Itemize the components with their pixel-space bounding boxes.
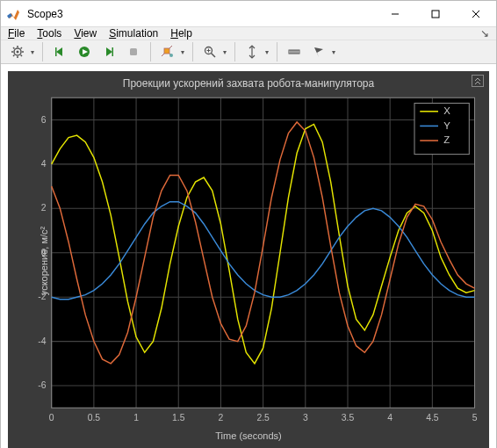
highlight-dropdown-icon[interactable]: ▾	[178, 48, 187, 56]
svg-rect-21	[164, 48, 169, 54]
configure-gear-icon[interactable]	[6, 40, 29, 63]
toolbar-separator	[234, 42, 235, 61]
svg-rect-15	[55, 47, 57, 56]
run-icon[interactable]	[73, 40, 96, 63]
highlight-signal-icon[interactable]	[156, 40, 179, 63]
step-forward-icon[interactable]	[97, 40, 120, 63]
svg-text:5: 5	[472, 413, 478, 423]
svg-marker-14	[56, 47, 62, 56]
toolbar-separator	[150, 42, 151, 61]
menubar: File Tools View Simulation Help ↘	[1, 27, 496, 40]
x-axis-label: Time (seconds)	[11, 430, 486, 445]
menu-tools[interactable]: Tools	[37, 27, 61, 40]
matlab-icon	[6, 7, 20, 21]
menu-file[interactable]: File	[8, 27, 25, 40]
svg-marker-18	[106, 47, 112, 56]
scope-window: Scope3 File Tools View Simulation Help ↘…	[0, 0, 497, 448]
svg-text:4: 4	[387, 413, 393, 423]
titlebar: Scope3	[1, 1, 496, 27]
toolbar: ▾ ▾ ▾ ▾ ▾	[1, 40, 496, 64]
chart-title: Проекции ускорений захвата робота-манипу…	[11, 75, 486, 92]
svg-text:X: X	[443, 105, 450, 116]
svg-text:3.5: 3.5	[342, 413, 355, 423]
expand-plot-icon[interactable]	[472, 75, 484, 87]
svg-text:-6: -6	[38, 380, 46, 390]
toolbar-separator	[42, 42, 43, 61]
svg-line-13	[21, 47, 23, 49]
svg-text:3: 3	[303, 413, 308, 423]
menu-simulation[interactable]: Simulation	[109, 27, 158, 40]
svg-rect-19	[112, 47, 114, 56]
triggers-dropdown-icon[interactable]: ▾	[329, 48, 338, 56]
svg-line-24	[212, 54, 216, 58]
configure-dropdown-icon[interactable]: ▾	[28, 48, 37, 56]
y-axis-label: ускорение, м/с²	[39, 227, 49, 295]
svg-text:6: 6	[41, 115, 47, 125]
svg-line-12	[13, 55, 15, 57]
toolbar-separator	[277, 42, 277, 61]
svg-point-5	[17, 51, 19, 54]
plot-area: Проекции ускорений захвата робота-манипу…	[1, 64, 496, 448]
close-button[interactable]	[456, 1, 496, 27]
svg-text:Z: Z	[443, 134, 450, 145]
svg-rect-1	[432, 11, 439, 18]
stop-icon[interactable]	[122, 40, 145, 63]
chart-canvas[interactable]: ускорение, м/с² 00.511.522.533.544.55-6-…	[11, 92, 486, 430]
scope-panel: Проекции ускорений захвата робота-манипу…	[8, 71, 489, 448]
maximize-button[interactable]	[415, 1, 456, 27]
zoom-icon[interactable]	[198, 40, 221, 63]
svg-line-10	[13, 47, 15, 49]
autoscale-icon[interactable]	[241, 40, 263, 63]
menu-help[interactable]: Help	[170, 27, 192, 40]
svg-rect-20	[130, 48, 137, 55]
window-title: Scope3	[25, 8, 375, 20]
svg-point-22	[169, 54, 173, 57]
svg-text:-4: -4	[38, 336, 46, 346]
svg-text:1: 1	[133, 413, 139, 423]
zoom-dropdown-icon[interactable]: ▾	[220, 48, 229, 56]
minimize-button[interactable]	[375, 1, 415, 27]
autoscale-dropdown-icon[interactable]: ▾	[263, 48, 271, 56]
svg-text:2.5: 2.5	[256, 413, 270, 423]
menu-more-icon[interactable]: ↘	[480, 27, 489, 40]
svg-text:2: 2	[219, 413, 224, 423]
svg-text:0: 0	[49, 413, 54, 423]
toolbar-separator	[192, 42, 193, 61]
svg-text:4: 4	[41, 159, 47, 169]
triggers-icon[interactable]	[307, 40, 330, 63]
svg-text:2: 2	[41, 203, 47, 213]
window-controls	[375, 1, 496, 27]
menu-view[interactable]: View	[74, 27, 97, 40]
measurements-icon[interactable]	[283, 40, 306, 63]
svg-line-11	[21, 55, 23, 57]
step-back-icon[interactable]	[48, 40, 71, 63]
svg-text:1.5: 1.5	[172, 413, 185, 423]
svg-text:0.5: 0.5	[88, 413, 101, 423]
svg-text:4.5: 4.5	[426, 413, 439, 423]
svg-text:Y: Y	[443, 120, 450, 131]
